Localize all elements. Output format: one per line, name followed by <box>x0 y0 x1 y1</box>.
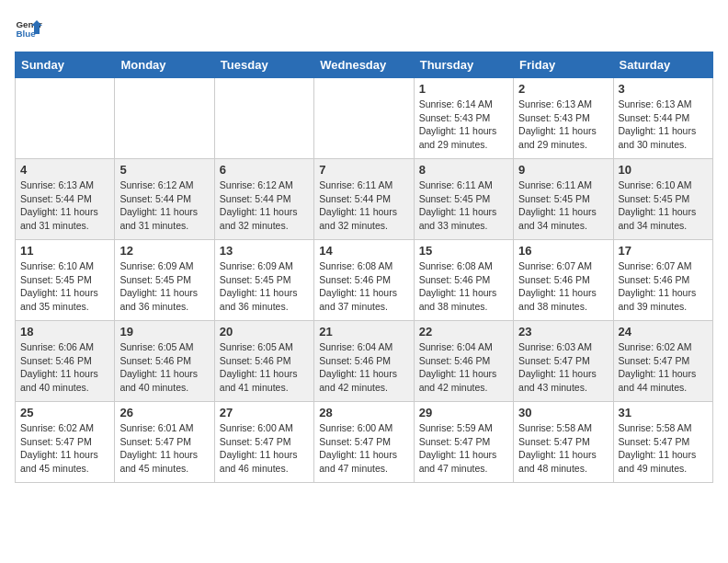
day-number: 24 <box>619 325 708 339</box>
day-cell-26: 26Sunrise: 6:01 AM Sunset: 5:47 PM Dayli… <box>115 402 214 483</box>
day-cell-24: 24Sunrise: 6:02 AM Sunset: 5:47 PM Dayli… <box>613 321 712 402</box>
day-info: Sunrise: 6:09 AM Sunset: 5:45 PM Dayligh… <box>119 259 209 314</box>
day-number: 14 <box>319 244 408 258</box>
day-info: Sunrise: 6:02 AM Sunset: 5:47 PM Dayligh… <box>619 340 708 395</box>
week-row-5: 25Sunrise: 6:02 AM Sunset: 5:47 PM Dayli… <box>16 402 713 483</box>
weekday-header-monday: Monday <box>115 52 214 78</box>
day-cell-17: 17Sunrise: 6:07 AM Sunset: 5:46 PM Dayli… <box>613 240 712 321</box>
day-cell-3: 3Sunrise: 6:13 AM Sunset: 5:44 PM Daylig… <box>613 78 712 159</box>
day-number: 12 <box>119 244 209 258</box>
day-info: Sunrise: 6:07 AM Sunset: 5:46 PM Dayligh… <box>518 259 608 314</box>
day-number: 22 <box>419 325 508 339</box>
day-number: 31 <box>619 406 708 419</box>
weekday-header-tuesday: Tuesday <box>214 52 313 78</box>
day-info: Sunrise: 6:11 AM Sunset: 5:44 PM Dayligh… <box>319 178 408 233</box>
day-info: Sunrise: 6:04 AM Sunset: 5:46 PM Dayligh… <box>319 340 408 395</box>
day-cell-2: 2Sunrise: 6:13 AM Sunset: 5:43 PM Daylig… <box>514 78 613 159</box>
day-number: 20 <box>220 325 309 339</box>
weekday-header-saturday: Saturday <box>613 52 712 78</box>
day-info: Sunrise: 6:12 AM Sunset: 5:44 PM Dayligh… <box>119 178 209 233</box>
day-number: 11 <box>20 244 109 258</box>
day-number: 23 <box>518 325 608 339</box>
empty-cell <box>314 78 414 159</box>
day-cell-11: 11Sunrise: 6:10 AM Sunset: 5:45 PM Dayli… <box>16 240 115 321</box>
day-info: Sunrise: 6:14 AM Sunset: 5:43 PM Dayligh… <box>419 98 508 152</box>
day-info: Sunrise: 6:00 AM Sunset: 5:47 PM Dayligh… <box>220 421 309 476</box>
day-number: 16 <box>518 244 608 258</box>
empty-cell <box>16 78 115 159</box>
day-info: Sunrise: 5:58 AM Sunset: 5:47 PM Dayligh… <box>619 421 708 476</box>
day-number: 30 <box>518 406 608 419</box>
day-info: Sunrise: 6:12 AM Sunset: 5:44 PM Dayligh… <box>220 178 309 233</box>
day-cell-1: 1Sunrise: 6:14 AM Sunset: 5:43 PM Daylig… <box>414 78 513 159</box>
day-cell-22: 22Sunrise: 6:04 AM Sunset: 5:46 PM Dayli… <box>414 321 513 402</box>
day-info: Sunrise: 6:08 AM Sunset: 5:46 PM Dayligh… <box>419 259 508 314</box>
day-number: 19 <box>119 325 209 339</box>
header: General Blue <box>15 15 713 42</box>
logo-icon: General Blue <box>15 15 42 42</box>
day-cell-13: 13Sunrise: 6:09 AM Sunset: 5:45 PM Dayli… <box>214 240 313 321</box>
day-info: Sunrise: 6:07 AM Sunset: 5:46 PM Dayligh… <box>619 259 708 314</box>
day-cell-27: 27Sunrise: 6:00 AM Sunset: 5:47 PM Dayli… <box>214 402 313 483</box>
day-number: 6 <box>220 163 309 177</box>
week-row-2: 4Sunrise: 6:13 AM Sunset: 5:44 PM Daylig… <box>16 159 713 240</box>
day-info: Sunrise: 6:05 AM Sunset: 5:46 PM Dayligh… <box>220 340 309 395</box>
day-info: Sunrise: 6:05 AM Sunset: 5:46 PM Dayligh… <box>119 340 209 395</box>
weekday-header-friday: Friday <box>514 52 613 78</box>
day-info: Sunrise: 5:58 AM Sunset: 5:47 PM Dayligh… <box>518 421 608 476</box>
day-info: Sunrise: 6:00 AM Sunset: 5:47 PM Dayligh… <box>319 421 408 476</box>
svg-text:Blue: Blue <box>17 29 37 39</box>
day-cell-15: 15Sunrise: 6:08 AM Sunset: 5:46 PM Dayli… <box>414 240 513 321</box>
day-cell-4: 4Sunrise: 6:13 AM Sunset: 5:44 PM Daylig… <box>16 159 115 240</box>
day-info: Sunrise: 6:13 AM Sunset: 5:43 PM Dayligh… <box>518 98 608 152</box>
day-cell-10: 10Sunrise: 6:10 AM Sunset: 5:45 PM Dayli… <box>613 159 712 240</box>
day-number: 28 <box>319 406 408 419</box>
day-info: Sunrise: 6:10 AM Sunset: 5:45 PM Dayligh… <box>20 259 109 314</box>
day-info: Sunrise: 6:06 AM Sunset: 5:46 PM Dayligh… <box>20 340 109 395</box>
day-info: Sunrise: 6:13 AM Sunset: 5:44 PM Dayligh… <box>20 178 109 233</box>
day-cell-6: 6Sunrise: 6:12 AM Sunset: 5:44 PM Daylig… <box>214 159 313 240</box>
week-row-1: 1Sunrise: 6:14 AM Sunset: 5:43 PM Daylig… <box>16 78 713 159</box>
day-number: 26 <box>119 406 209 419</box>
day-cell-31: 31Sunrise: 5:58 AM Sunset: 5:47 PM Dayli… <box>613 402 712 483</box>
day-cell-7: 7Sunrise: 6:11 AM Sunset: 5:44 PM Daylig… <box>314 159 414 240</box>
week-row-3: 11Sunrise: 6:10 AM Sunset: 5:45 PM Dayli… <box>16 240 713 321</box>
day-info: Sunrise: 6:04 AM Sunset: 5:46 PM Dayligh… <box>419 340 508 395</box>
day-number: 5 <box>119 163 209 177</box>
day-cell-8: 8Sunrise: 6:11 AM Sunset: 5:45 PM Daylig… <box>414 159 513 240</box>
day-cell-29: 29Sunrise: 5:59 AM Sunset: 5:47 PM Dayli… <box>414 402 513 483</box>
week-row-4: 18Sunrise: 6:06 AM Sunset: 5:46 PM Dayli… <box>16 321 713 402</box>
day-info: Sunrise: 5:59 AM Sunset: 5:47 PM Dayligh… <box>419 421 508 476</box>
day-number: 29 <box>419 406 508 419</box>
day-info: Sunrise: 6:11 AM Sunset: 5:45 PM Dayligh… <box>419 178 508 233</box>
day-cell-23: 23Sunrise: 6:03 AM Sunset: 5:47 PM Dayli… <box>514 321 613 402</box>
day-number: 25 <box>20 406 109 419</box>
day-cell-19: 19Sunrise: 6:05 AM Sunset: 5:46 PM Dayli… <box>115 321 214 402</box>
day-number: 27 <box>220 406 309 419</box>
day-cell-21: 21Sunrise: 6:04 AM Sunset: 5:46 PM Dayli… <box>314 321 414 402</box>
weekday-header-thursday: Thursday <box>414 52 513 78</box>
day-cell-30: 30Sunrise: 5:58 AM Sunset: 5:47 PM Dayli… <box>514 402 613 483</box>
day-info: Sunrise: 6:03 AM Sunset: 5:47 PM Dayligh… <box>518 340 608 395</box>
empty-cell <box>115 78 214 159</box>
day-number: 4 <box>20 163 109 177</box>
day-info: Sunrise: 6:13 AM Sunset: 5:44 PM Dayligh… <box>619 98 708 152</box>
day-number: 17 <box>619 244 708 258</box>
day-number: 9 <box>518 163 608 177</box>
day-cell-25: 25Sunrise: 6:02 AM Sunset: 5:47 PM Dayli… <box>16 402 115 483</box>
day-info: Sunrise: 6:08 AM Sunset: 5:46 PM Dayligh… <box>319 259 408 314</box>
day-number: 8 <box>419 163 508 177</box>
day-cell-14: 14Sunrise: 6:08 AM Sunset: 5:46 PM Dayli… <box>314 240 414 321</box>
weekday-header-sunday: Sunday <box>16 52 115 78</box>
day-info: Sunrise: 6:11 AM Sunset: 5:45 PM Dayligh… <box>518 178 608 233</box>
day-number: 13 <box>220 244 309 258</box>
day-info: Sunrise: 6:01 AM Sunset: 5:47 PM Dayligh… <box>119 421 209 476</box>
day-number: 15 <box>419 244 508 258</box>
day-cell-9: 9Sunrise: 6:11 AM Sunset: 5:45 PM Daylig… <box>514 159 613 240</box>
day-cell-28: 28Sunrise: 6:00 AM Sunset: 5:47 PM Dayli… <box>314 402 414 483</box>
day-number: 1 <box>419 82 508 96</box>
day-number: 21 <box>319 325 408 339</box>
day-cell-18: 18Sunrise: 6:06 AM Sunset: 5:46 PM Dayli… <box>16 321 115 402</box>
logo: General Blue <box>15 15 42 42</box>
day-info: Sunrise: 6:10 AM Sunset: 5:45 PM Dayligh… <box>619 178 708 233</box>
